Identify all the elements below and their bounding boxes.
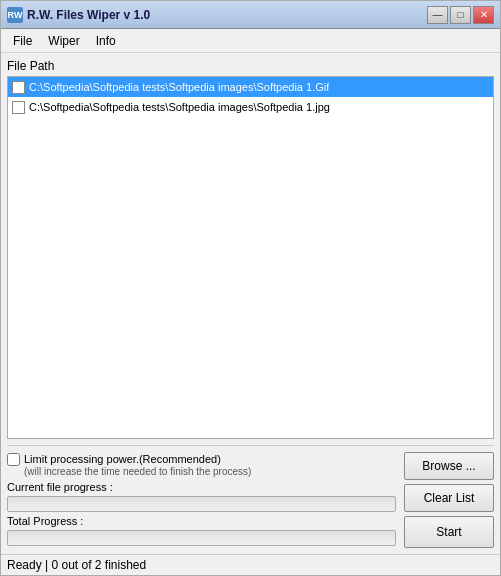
right-controls: Browse ... Clear List Start <box>404 452 494 548</box>
file-path-0: C:\Softpedia\Softpedia tests\Softpedia i… <box>29 81 329 93</box>
menu-file[interactable]: File <box>5 32 40 50</box>
total-progress-bar <box>7 530 396 546</box>
main-window: RW R.W. Files Wiper v 1.0 — □ ✕ File Wip… <box>0 0 501 576</box>
file-list[interactable]: C:\Softpedia\Softpedia tests\Softpedia i… <box>7 76 494 439</box>
file-checkbox-0[interactable] <box>12 81 25 94</box>
title-bar-text: RW R.W. Files Wiper v 1.0 <box>7 7 150 23</box>
menu-wiper[interactable]: Wiper <box>40 32 87 50</box>
menu-bar: File Wiper Info <box>1 29 500 53</box>
status-bar: Ready | 0 out of 2 finished <box>1 554 500 575</box>
file-path-label: File Path <box>7 59 494 73</box>
bottom-controls: Limit processing power.(Recommended) (wi… <box>7 452 494 548</box>
status-text: Ready | 0 out of 2 finished <box>7 558 146 572</box>
title-bar: RW R.W. Files Wiper v 1.0 — □ ✕ <box>1 1 500 29</box>
current-progress-bar <box>7 496 396 512</box>
checkbox-sublabel: (will increase the time needed to finish… <box>24 466 251 477</box>
window-title: R.W. Files Wiper v 1.0 <box>27 8 150 22</box>
content-area: File Path C:\Softpedia\Softpedia tests\S… <box>1 53 500 554</box>
file-checkbox-1[interactable] <box>12 101 25 114</box>
left-controls: Limit processing power.(Recommended) (wi… <box>7 452 396 548</box>
limit-power-row: Limit processing power.(Recommended) (wi… <box>7 452 396 477</box>
title-bar-controls: — □ ✕ <box>427 6 494 24</box>
table-row[interactable]: C:\Softpedia\Softpedia tests\Softpedia i… <box>8 97 493 117</box>
checkbox-label: Limit processing power.(Recommended) <box>24 452 251 466</box>
start-button[interactable]: Start <box>404 516 494 548</box>
browse-button[interactable]: Browse ... <box>404 452 494 480</box>
menu-info[interactable]: Info <box>88 32 124 50</box>
maximize-button[interactable]: □ <box>450 6 471 24</box>
current-progress-label: Current file progress : <box>7 481 396 493</box>
progress-section: Current file progress : Total Progress : <box>7 481 396 546</box>
limit-power-label-wrapper: Limit processing power.(Recommended) (wi… <box>24 452 251 477</box>
file-path-1: C:\Softpedia\Softpedia tests\Softpedia i… <box>29 101 330 113</box>
app-icon: RW <box>7 7 23 23</box>
close-button[interactable]: ✕ <box>473 6 494 24</box>
limit-power-checkbox[interactable] <box>7 453 20 466</box>
table-row[interactable]: C:\Softpedia\Softpedia tests\Softpedia i… <box>8 77 493 97</box>
bottom-section: Limit processing power.(Recommended) (wi… <box>7 445 494 548</box>
total-progress-label: Total Progress : <box>7 515 396 527</box>
clear-list-button[interactable]: Clear List <box>404 484 494 512</box>
minimize-button[interactable]: — <box>427 6 448 24</box>
file-list-wrapper: C:\Softpedia\Softpedia tests\Softpedia i… <box>7 76 494 445</box>
